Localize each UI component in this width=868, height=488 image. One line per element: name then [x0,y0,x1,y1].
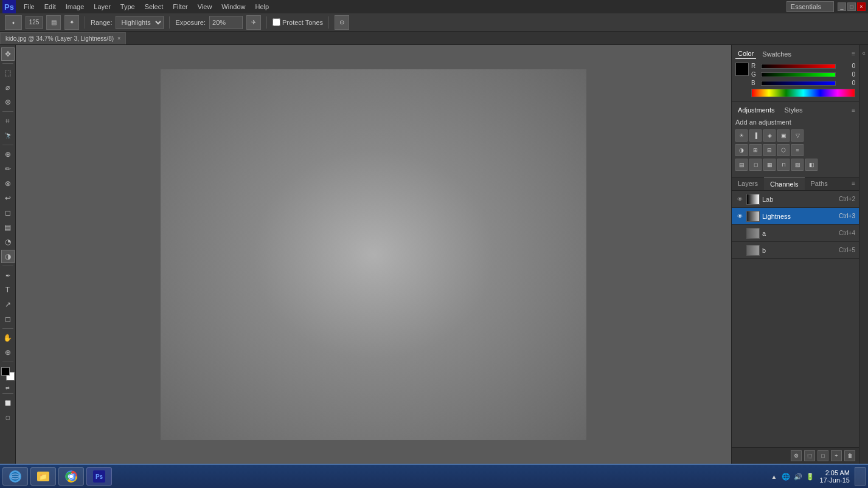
protect-tones-label[interactable]: Protect Tones [273,18,323,26]
vibrance-btn[interactable]: ▽ [791,129,804,142]
document-tab-close[interactable]: × [117,35,120,41]
color-swatches[interactable] [1,367,15,380]
lab-eye-icon[interactable]: 👁 [735,195,744,204]
move-tool[interactable]: ✥ [1,47,15,61]
menu-file[interactable]: File [19,2,39,12]
brush-settings-btn[interactable]: ▤ [46,15,61,30]
gradient-tool[interactable]: ▤ [1,221,15,234]
bw-btn[interactable]: ⊟ [763,144,776,156]
styles-tab[interactable]: Styles [782,105,805,115]
color-spectrum-bar[interactable] [751,89,855,97]
swap-colors-icon[interactable]: ⇄ [5,385,10,391]
menu-image[interactable]: Image [61,2,89,12]
folder-taskbar-btn[interactable]: 📁 [30,467,56,486]
pen-tool[interactable]: ✒ [1,269,15,282]
brush-tool[interactable]: ✏ [1,162,15,176]
ps-taskbar-btn[interactable]: Ps [86,467,112,486]
exposure-btn[interactable]: ▣ [777,129,790,142]
clone-stamp-tool[interactable]: ⊗ [1,177,15,190]
sample-all-layers-btn[interactable]: ⊙ [335,15,349,30]
foreground-color-preview[interactable] [735,63,749,76]
maximize-btn[interactable]: □ [847,2,856,11]
tab-layers[interactable]: Layers [732,177,764,190]
a-eye-icon[interactable] [735,229,744,238]
ie-taskbar-btn[interactable] [2,467,28,486]
foreground-color-swatch[interactable] [1,367,10,376]
levels-btn[interactable]: ▐ [749,129,762,142]
brightness-contrast-btn[interactable]: ☀ [735,129,748,142]
load-channel-btn[interactable]: ⬚ [804,450,815,461]
a-channel-row[interactable]: a Ctrl+4 [732,225,859,242]
exposure-input[interactable]: 20% [209,16,243,29]
battery-icon[interactable]: 🔋 [806,473,814,481]
new-channel-btn[interactable]: + [831,450,842,461]
color-balance-btn[interactable]: ⊞ [749,144,762,156]
menu-type[interactable]: Type [116,2,139,12]
lightness-eye-icon[interactable]: 👁 [735,212,744,221]
threshold-btn[interactable]: ⊓ [777,159,790,171]
posterize-btn[interactable]: ▦ [763,159,776,171]
type-tool[interactable]: T [1,283,15,297]
hsl-btn[interactable]: ◑ [735,144,748,156]
gradient-map-btn[interactable]: ▧ [791,159,804,171]
menu-window[interactable]: Window [217,2,249,12]
menu-edit[interactable]: Edit [40,2,60,12]
channel-mixer-btn[interactable]: ≡ [791,144,804,156]
close-btn[interactable]: × [857,2,866,11]
g-slider[interactable] [761,72,836,77]
screen-mode-tool[interactable]: ▢ [1,411,15,424]
crop-tool[interactable]: ⌗ [1,114,15,128]
exposure-airbrush-btn[interactable]: ✈ [246,15,261,30]
canvas-area[interactable] [16,45,731,464]
b-slider[interactable] [761,81,836,86]
minimize-btn[interactable]: _ [838,2,846,11]
color-lookup-btn[interactable]: ▤ [735,159,748,171]
adjustments-tab[interactable]: Adjustments [735,105,777,115]
tool-options-icon[interactable]: ⬧ [5,15,22,30]
menu-select[interactable]: Select [141,2,168,12]
protect-tones-checkbox[interactable] [273,18,280,26]
healing-brush-tool[interactable]: ⊕ [1,148,15,161]
b-channel-row[interactable]: b Ctrl+5 [732,242,859,259]
document-tab[interactable]: kido.jpg @ 34.7% (Layer 3, Lightness/8) … [0,32,126,44]
path-select-tool[interactable]: ↗ [1,298,15,311]
show-desktop-btn[interactable] [855,467,866,486]
volume-icon[interactable]: 🔊 [794,473,802,481]
canvas-image[interactable] [161,69,586,440]
marquee-tool[interactable]: ⬚ [1,66,15,80]
dodge-tool[interactable]: ◑ [1,250,15,263]
selective-color-btn[interactable]: ◧ [805,159,818,171]
brush-mode-btn[interactable]: ✦ [64,15,79,30]
eyedropper-tool[interactable]: 🔭 [1,129,15,142]
color-panel-menu[interactable]: ≡ [852,50,855,57]
quick-select-tool[interactable]: ⊛ [1,95,15,109]
photo-filter-btn[interactable]: ⬡ [777,144,790,156]
taskbar-hide-btn[interactable]: ▲ [771,473,777,480]
swatches-tab[interactable]: Swatches [760,49,794,59]
channels-settings-btn[interactable]: ⚙ [791,450,802,461]
menu-filter[interactable]: Filter [168,2,192,12]
r-slider[interactable] [761,64,836,69]
workspace-preset[interactable]: Essentials [786,1,834,12]
zoom-tool[interactable]: ⊕ [1,346,15,359]
lab-channel-row[interactable]: 👁 Lab Ctrl+2 [732,191,859,208]
save-channel-btn[interactable]: □ [818,450,828,461]
color-tab[interactable]: Color [735,49,756,59]
tab-paths[interactable]: Paths [805,177,834,190]
chrome-taskbar-btn[interactable] [58,467,84,486]
invert-btn[interactable]: ◻ [749,159,762,171]
delete-channel-btn[interactable]: 🗑 [844,450,855,461]
adj-panel-menu[interactable]: ≡ [852,107,855,114]
hand-tool[interactable]: ✋ [1,331,15,345]
eraser-tool[interactable]: ◻ [1,206,15,219]
layers-panel-menu[interactable]: ≡ [848,177,859,190]
blur-tool[interactable]: ◔ [1,235,15,249]
brush-size-input[interactable]: 125 [26,16,43,29]
b-eye-icon[interactable] [735,246,744,255]
tab-channels[interactable]: Channels [764,177,804,190]
menu-help[interactable]: Help [251,2,273,12]
curves-btn[interactable]: ◈ [763,129,776,142]
history-brush-tool[interactable]: ↩ [1,191,15,205]
menu-layer[interactable]: Layer [89,2,115,12]
shape-tool[interactable]: ◻ [1,312,15,326]
